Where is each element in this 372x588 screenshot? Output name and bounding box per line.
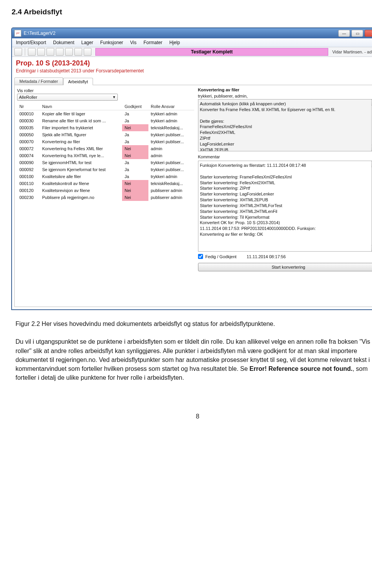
user-label: Vidar Martinsen. - admin: [332, 50, 372, 54]
col-godkjent[interactable]: Godkjent: [122, 103, 148, 110]
cell-navn: Filer importert fra trykkeriet: [40, 124, 122, 131]
start-konvertering-button[interactable]: Start konvertering: [198, 263, 372, 271]
cell-navn: Konvertering av filer: [40, 138, 122, 145]
document-header: Prop. 10 S (2013-2014) Endringar i stats…: [12, 57, 372, 74]
table-row[interactable]: 000230Publisere på regjeringen.noNeipubl…: [17, 194, 194, 201]
kommentar-text: Funksjon Konvertering av filerstart: 11.…: [200, 163, 372, 237]
kommentar-box: Funksjon Konvertering av filerstart: 11.…: [198, 161, 372, 252]
cell-nr: 000092: [17, 166, 40, 173]
menu-lager[interactable]: Lager: [81, 40, 93, 45]
cell-godkjent: Ja: [122, 110, 148, 118]
menu-dokument[interactable]: Dokument: [53, 40, 74, 45]
toolbar-icon[interactable]: [46, 48, 54, 56]
window-titlebar: P² E:\TestLagerV2 — ▭ ✕: [12, 28, 372, 38]
toolbar-divider: [25, 48, 25, 56]
description-text: Automatisk funksjon (klikk på knappen un…: [200, 101, 372, 151]
document-subtitle: Endringar i statsbudsjettet 2013 under F…: [16, 68, 372, 74]
cell-rolle: admin: [148, 145, 194, 152]
cell-godkjent: Nei: [122, 152, 148, 159]
cell-nr: 000100: [17, 173, 40, 180]
cell-navn: Rename alle filer til unik id som ...: [40, 117, 122, 124]
table-row[interactable]: 000070Konvertering av filerJatrykkeri pu…: [17, 138, 194, 145]
cell-rolle: trykkeri admin: [148, 117, 194, 124]
table-row[interactable]: 000010Kopier alle filer til lagerJatrykk…: [17, 110, 194, 118]
chevron-down-icon: ▼: [112, 95, 116, 99]
ferdig-row: Fedig / Godkjent 11.11.2014 08:17:56: [198, 254, 372, 259]
cell-navn: Sjekk alle HTML figurer: [40, 131, 122, 138]
table-row[interactable]: 000050Sjekk alle HTML figurerJatrykkeri …: [17, 131, 194, 138]
menu-vis[interactable]: Vis: [130, 40, 136, 45]
cell-rolle: publiserer admin: [148, 187, 194, 194]
table-row[interactable]: 000030Rename alle filer til unik id som …: [17, 117, 194, 124]
cell-nr: 000072: [17, 145, 40, 152]
right-heading: Konvertering av filer: [198, 87, 372, 92]
ferdig-label: Fedig / Godkjent: [205, 254, 237, 259]
figure-caption: Figur 2.2 Her vises hovedvindu med dokum…: [16, 321, 275, 327]
banner-label: Testlager Komplett: [95, 48, 328, 56]
cell-rolle: trykkeri publiser...: [148, 166, 194, 173]
cell-rolle: publiserer admin: [148, 194, 194, 201]
minimize-button[interactable]: —: [338, 30, 350, 37]
cell-nr: 000070: [17, 138, 40, 145]
table-row[interactable]: 000074Konvertering fra XHTML nye le...Ne…: [17, 152, 194, 159]
close-button[interactable]: ✕: [365, 30, 372, 37]
cell-godkjent: Ja: [122, 131, 148, 138]
ferdig-checkbox[interactable]: [198, 254, 203, 259]
cell-godkjent: Ja: [122, 117, 148, 124]
toolbar-icon[interactable]: [37, 48, 45, 56]
toolbar-icon[interactable]: [14, 48, 22, 56]
table-row[interactable]: 000090Se igjennomHTML for testJatrykkeri…: [17, 159, 194, 166]
col-nr[interactable]: Nr: [17, 103, 40, 110]
cell-navn: Publisere på regjeringen.no: [40, 194, 122, 201]
cell-godkjent: Nei: [122, 124, 148, 131]
cell-rolle: trykkeri publiser...: [148, 131, 194, 138]
toolbar-icon[interactable]: [65, 48, 73, 56]
cell-navn: Kopier alle filer til lager: [40, 110, 122, 118]
menu-hjelp[interactable]: Hjelp: [169, 40, 180, 45]
cell-navn: Kvalitetsrevisjon av filene: [40, 187, 122, 194]
tab-metadata-formater[interactable]: Metadata / Formater: [14, 77, 63, 85]
toolbar-icon[interactable]: [74, 48, 82, 56]
toolbar: Testlager Komplett Vidar Martinsen. - ad…: [12, 47, 372, 57]
menu-bar: Import/Eksport Dokument Lager Funksjoner…: [12, 38, 372, 47]
col-navn[interactable]: Navn: [40, 103, 122, 110]
cell-nr: 000230: [17, 194, 40, 201]
cell-godkjent: Nei: [122, 187, 148, 194]
visroller-value: AlleRoller: [19, 95, 37, 99]
toolbar-icon[interactable]: [84, 48, 91, 56]
table-row[interactable]: 000072Konvertering fra Felles XML filerN…: [17, 145, 194, 152]
table-row[interactable]: 000092Se igjennom Kjerneformat for testJ…: [17, 166, 194, 173]
toolbar-icon[interactable]: [56, 48, 64, 56]
app-window: P² E:\TestLagerV2 — ▭ ✕ Import/Eksport D…: [12, 28, 372, 310]
cell-navn: Konvertering fra XHTML nye le...: [40, 152, 122, 159]
cell-navn: Kvalitetskontroll av filene: [40, 180, 122, 187]
cell-rolle: trykkeri admin: [148, 110, 194, 118]
menu-import-eksport[interactable]: Import/Eksport: [16, 40, 46, 45]
table-row[interactable]: 000035Filer importert fra trykkerietNeit…: [17, 124, 194, 131]
toolbar-icon[interactable]: [28, 48, 36, 56]
body-error-ref: Error! Reference source not found.: [250, 365, 353, 372]
visroller-combobox[interactable]: AlleRoller ▼: [17, 94, 118, 101]
section-heading: 2.4 Arbeidsflyt: [12, 8, 372, 16]
menu-funksjoner[interactable]: Funksjoner: [100, 40, 123, 45]
left-column: Vis roller AlleRoller ▼ Nr Navn Godkjent…: [17, 87, 194, 304]
cell-navn: Se igjennom Kjerneformat for test: [40, 166, 122, 173]
cell-godkjent: Ja: [122, 159, 148, 166]
tab-strip: Metadata / Formater Arbeidsflyt: [14, 77, 372, 85]
cell-navn: Kvalitetsikre alle filer: [40, 173, 122, 180]
table-row[interactable]: 000120Kvalitetsrevisjon av fileneNeipubl…: [17, 187, 194, 194]
app-icon: P²: [14, 30, 21, 37]
cell-godkjent: Nei: [122, 194, 148, 201]
tab-pane: Vis roller AlleRoller ▼ Nr Navn Godkjent…: [14, 85, 372, 307]
figure-caption-and-body: Figur 2.2 Her vises hovedvindu med dokum…: [16, 319, 372, 382]
col-rolle[interactable]: Rolle Ansvar: [148, 103, 194, 110]
cell-nr: 000120: [17, 187, 40, 194]
maximize-button[interactable]: ▭: [351, 30, 363, 37]
cell-rolle: tekniskRedaksj...: [148, 124, 194, 131]
table-row[interactable]: 000100Kvalitetsikre alle filerJatrykkeri…: [17, 173, 194, 180]
table-row[interactable]: 000110Kvalitetskontroll av fileneNeitekn…: [17, 180, 194, 187]
cell-rolle: admin: [148, 152, 194, 159]
tab-arbeidsflyt[interactable]: Arbeidsflyt: [63, 78, 93, 85]
menu-formater[interactable]: Formater: [143, 40, 162, 45]
ferdig-timestamp: 11.11.2014 08:17:56: [246, 254, 286, 259]
